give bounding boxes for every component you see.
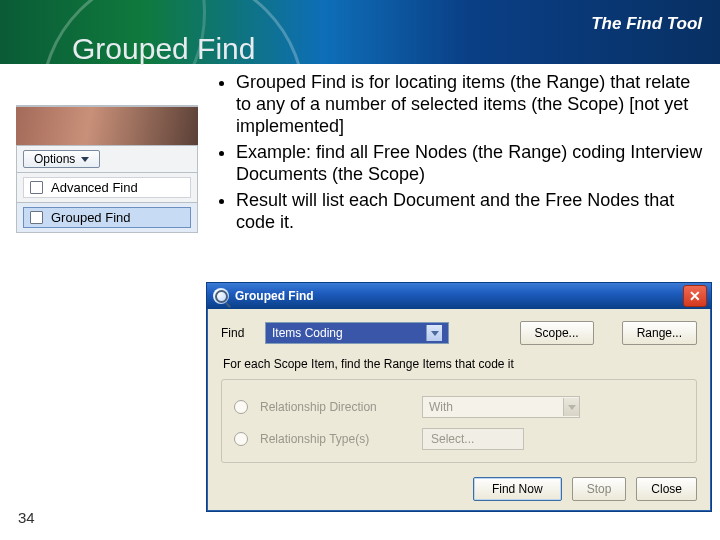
menu-item-grouped-find[interactable]: Grouped Find: [16, 203, 198, 233]
chevron-down-icon: [81, 157, 89, 162]
grouped-find-dialog: Grouped Find ✕ Find Items Coding Scope..…: [206, 282, 712, 512]
radio-label: Relationship Direction: [260, 400, 410, 414]
menu-icon: [30, 211, 43, 224]
menu-icon: [30, 181, 43, 194]
header-subtitle: The Find Tool: [591, 14, 702, 34]
options-label: Options: [34, 152, 75, 166]
menu-item-label: Grouped Find: [51, 210, 131, 225]
close-dialog-button[interactable]: Close: [636, 477, 697, 501]
radio-relationship-types[interactable]: [234, 432, 248, 446]
dialog-title-text: Grouped Find: [235, 289, 314, 303]
chevron-down-icon: [426, 325, 442, 341]
search-icon: [213, 288, 229, 304]
radio-label: Relationship Type(s): [260, 432, 410, 446]
relationship-group: Relationship Direction With Relationship…: [221, 379, 697, 463]
bullet-list: Grouped Find is for locating items (the …: [212, 72, 706, 238]
find-label: Find: [221, 326, 255, 340]
stop-button[interactable]: Stop: [572, 477, 627, 501]
page-number: 34: [18, 509, 35, 526]
options-button[interactable]: Options: [23, 150, 100, 168]
chevron-down-icon: [563, 398, 579, 416]
dialog-titlebar[interactable]: Grouped Find ✕: [207, 283, 711, 309]
bullet-item: Result will list each Document and the F…: [236, 190, 706, 234]
close-button[interactable]: ✕: [683, 285, 707, 307]
bullet-item: Example: find all Free Nodes (the Range)…: [236, 142, 706, 186]
scope-button[interactable]: Scope...: [520, 321, 594, 345]
find-dropdown-value: Items Coding: [272, 326, 343, 340]
menu-item-label: Advanced Find: [51, 180, 138, 195]
decorative-photo: [16, 105, 198, 145]
bullet-item: Grouped Find is for locating items (the …: [236, 72, 706, 138]
direction-value: With: [429, 400, 453, 414]
range-button[interactable]: Range...: [622, 321, 697, 345]
options-row: Options: [16, 145, 198, 173]
select-types-button[interactable]: Select...: [422, 428, 524, 450]
find-menu-snippet: Options Advanced Find Grouped Find: [16, 105, 198, 233]
direction-dropdown[interactable]: With: [422, 396, 580, 418]
close-icon: ✕: [689, 288, 701, 304]
find-now-button[interactable]: Find Now: [473, 477, 562, 501]
dialog-description: For each Scope Item, find the Range Item…: [223, 357, 695, 371]
menu-item-advanced-find[interactable]: Advanced Find: [16, 173, 198, 203]
radio-relationship-direction[interactable]: [234, 400, 248, 414]
slide-title: Grouped Find: [72, 32, 255, 66]
find-dropdown[interactable]: Items Coding: [265, 322, 449, 344]
